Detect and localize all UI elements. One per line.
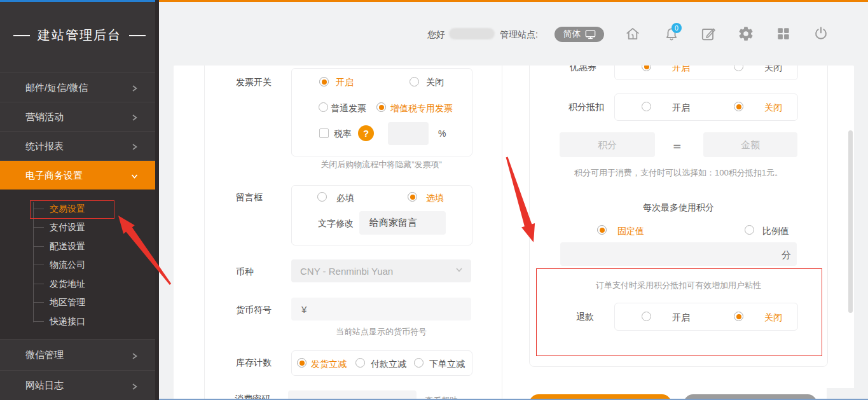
submenu-item-trade-settings[interactable]: 交易设置 [50, 203, 85, 215]
stock-order-radio[interactable] [414, 358, 424, 368]
submenu-item-logistics-company[interactable]: 物流公司 [50, 259, 85, 271]
submenu-item-delivery-settings[interactable]: 配送设置 [50, 241, 85, 252]
invoice-hint: 关闭后购物流程中将隐藏”发票项” [291, 160, 471, 169]
points-off-radio[interactable] [734, 102, 743, 111]
sidebar: 建站管理后台 邮件/短信/微信 营销活动 统计报表 电子商务设置 [0, 0, 159, 400]
invoice-vat-label[interactable]: 增值税专用发票 [390, 103, 453, 113]
power-logout-icon[interactable] [813, 25, 829, 42]
notification-badge: 0 [672, 23, 682, 33]
message-optional-radio[interactable] [408, 192, 417, 202]
currency-symbol-input[interactable] [291, 298, 471, 321]
admin-page: 建站管理后台 邮件/短信/微信 营销活动 统计报表 电子商务设置 [0, 0, 868, 400]
invoice-normal-label[interactable]: 普通发票 [331, 103, 366, 113]
stock-options-box: 发货立减 付款立减 下单立减 [291, 350, 472, 376]
stock-ship-radio[interactable] [297, 358, 307, 368]
sidebar-scrollbar-track[interactable] [155, 0, 159, 400]
refund-label: 退款 [576, 312, 594, 322]
tax-rate-checkbox[interactable] [319, 128, 329, 138]
fixed-value-label[interactable]: 固定值 [617, 226, 644, 236]
message-required-label[interactable]: 必填 [336, 193, 354, 203]
tax-rate-label: 税率 [334, 128, 352, 139]
coupon-label: 优惠券 [570, 66, 596, 72]
coupon-on-radio[interactable] [642, 66, 651, 71]
settings-content: 发票开关 开启 关闭 普通发票 增值税专用发票 税率 ? % 关闭后购物流程中将… [174, 66, 854, 400]
coupon-options-box: 开启 关闭 [614, 66, 798, 80]
coupon-on-label[interactable]: 开启 [672, 66, 690, 72]
language-site-button[interactable]: 简体 [555, 27, 604, 42]
submenu-item-payment-settings[interactable]: 支付设置 [50, 222, 85, 233]
points-deduction-label: 积分抵扣 [568, 102, 604, 112]
submenu-tree-line [33, 202, 34, 322]
ratio-value-label[interactable]: 比例值 [762, 226, 789, 236]
content-scrollbar-thumb[interactable] [848, 130, 853, 313]
main-top-accent-line [159, 0, 868, 2]
refund-on-label[interactable]: 开启 [672, 312, 690, 322]
settings-gear-icon[interactable] [738, 25, 754, 42]
invoice-vat-radio[interactable] [376, 102, 386, 112]
sidebar-item-statistics[interactable]: 统计报表 [0, 131, 159, 161]
text-edit-label: 文字修改 [318, 218, 354, 228]
submenu-item-region-management[interactable]: 地区管理 [50, 297, 85, 308]
points-on-radio[interactable] [642, 102, 651, 111]
invoice-switch-label: 发票开关 [236, 77, 272, 87]
tax-rate-input[interactable] [388, 122, 429, 145]
refund-off-label[interactable]: 关闭 [764, 312, 782, 322]
coupon-off-label[interactable]: 关闭 [764, 66, 782, 72]
chevron-right-icon [130, 382, 139, 390]
title-dash-left [13, 35, 30, 36]
equals-sign: ＝ [671, 138, 683, 155]
help-question-icon[interactable]: ? [358, 125, 374, 141]
points-options-box: 开启 关闭 [614, 93, 798, 121]
invoice-normal-radio[interactable] [319, 102, 328, 112]
points-unit: 分 [782, 249, 791, 261]
amount-value-input[interactable] [703, 132, 797, 157]
message-box-label: 留言框 [236, 192, 263, 202]
points-hint: 积分可用于消费，支付时可以选择如：100积分抵扣1元。 [530, 168, 827, 177]
max-points-input[interactable] [560, 242, 797, 266]
points-on-label[interactable]: 开启 [672, 102, 690, 113]
invoice-options-box: 开启 关闭 普通发票 增值税专用发票 税率 ? % [291, 68, 472, 156]
greeting-text: 您好 [427, 29, 445, 39]
currency-select[interactable]: CNY - Renminbi Yuan [291, 259, 471, 282]
message-optional-label[interactable]: 选填 [426, 193, 444, 203]
sidebar-item-site-logs[interactable]: 网站日志 [0, 370, 159, 400]
message-text-input[interactable] [359, 211, 446, 235]
trade-settings-panel-left: 发票开关 开启 关闭 普通发票 增值税专用发票 税率 ? % 关闭后购物流程中将… [204, 66, 502, 400]
compose-edit-icon[interactable] [700, 25, 717, 42]
invoice-on-label[interactable]: 开启 [336, 77, 354, 87]
chevron-right-icon [130, 351, 139, 359]
apps-grid-icon[interactable] [775, 25, 792, 42]
refund-on-radio[interactable] [642, 312, 651, 321]
sidebar-title: 建站管理后台 [0, 27, 159, 44]
refund-off-radio[interactable] [734, 312, 743, 321]
stock-pay-label[interactable]: 付款立减 [371, 359, 406, 369]
ecommerce-submenu: 交易设置 支付设置 配送设置 物流公司 发货地址 地区管理 快递接口 [0, 190, 159, 339]
ratio-value-radio[interactable] [745, 225, 754, 235]
sidebar-item-marketing[interactable]: 营销活动 [0, 102, 159, 132]
submenu-item-shipping-address[interactable]: 发货地址 [50, 279, 85, 290]
stock-ship-label[interactable]: 发货立减 [311, 359, 347, 369]
stock-pay-radio[interactable] [355, 358, 365, 368]
invoice-on-radio[interactable] [319, 77, 329, 86]
percent-sign: % [438, 128, 446, 139]
sidebar-item-mail-sms-wechat[interactable]: 邮件/短信/微信 [0, 72, 159, 102]
submenu-item-express-interface[interactable]: 快递接口 [50, 316, 85, 328]
stock-count-label: 库存计数 [236, 357, 272, 368]
coupon-off-radio[interactable] [734, 66, 743, 71]
message-required-radio[interactable] [317, 192, 327, 202]
points-value-input[interactable] [560, 132, 655, 157]
stock-order-label[interactable]: 下单立减 [429, 359, 465, 369]
currency-label: 币种 [236, 266, 254, 277]
max-points-title: 每次最多使用积分 [530, 203, 827, 212]
trade-settings-panel-right: 优惠券 开启 关闭 积分抵扣 开启 关闭 ＝ 积分可用于消费，支付时可以选择如：… [529, 66, 828, 367]
fixed-value-radio[interactable] [597, 225, 607, 235]
invoice-off-radio[interactable] [410, 77, 419, 86]
app-title: 建站管理后台 [38, 27, 121, 44]
sidebar-item-ecommerce-settings[interactable]: 电子商务设置 [0, 160, 159, 190]
sidebar-item-wechat-management[interactable]: 微信管理 [0, 339, 159, 371]
invoice-off-label[interactable]: 关闭 [426, 77, 444, 87]
refund-annotation-hint: 订单支付时采用积分抵扣可有效增加用户粘性 [530, 280, 827, 290]
refund-options-box: 开启 关闭 [614, 303, 798, 331]
points-off-label[interactable]: 关闭 [764, 102, 782, 113]
home-icon[interactable] [624, 25, 641, 42]
